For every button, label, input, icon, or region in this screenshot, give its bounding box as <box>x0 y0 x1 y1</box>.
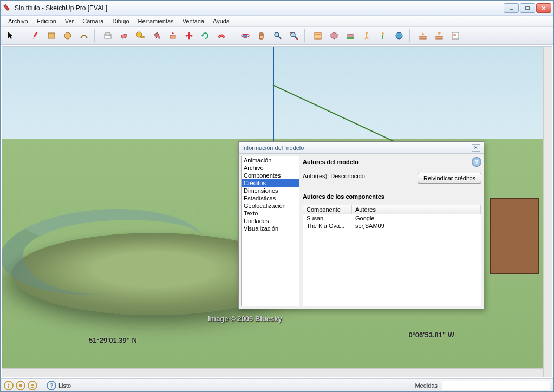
svg-point-50 <box>31 384 34 386</box>
window-title: Sin título - SketchUp Pro [EVAL] <box>15 4 503 12</box>
hint-icon-3[interactable] <box>28 381 37 390</box>
circle-tool[interactable] <box>60 28 75 43</box>
svg-line-24 <box>278 36 281 39</box>
svg-rect-12 <box>106 32 110 36</box>
eraser-tool[interactable] <box>116 28 132 43</box>
svg-line-37 <box>367 37 368 39</box>
rotate-tool[interactable] <box>198 28 213 43</box>
move-tool[interactable] <box>181 28 197 43</box>
cat-texto[interactable]: Texto <box>242 210 299 217</box>
cat-estadisticas[interactable]: Estadísticas <box>242 194 299 202</box>
table-row[interactable]: Susan Google <box>303 214 481 222</box>
cat-dimensiones[interactable]: Dimensiones <box>242 187 299 194</box>
minimize-button[interactable] <box>504 3 519 13</box>
cat-unidades[interactable]: Unidades <box>242 217 299 225</box>
pan-tool[interactable] <box>254 28 269 43</box>
svg-marker-8 <box>32 37 34 39</box>
scrollbar-horizontal[interactable] <box>2 368 543 377</box>
cat-visualizacion[interactable]: Visualización <box>242 225 299 232</box>
col-autores[interactable]: Autores <box>352 205 481 214</box>
svg-rect-3 <box>526 6 529 10</box>
look-around-tool[interactable] <box>375 28 390 43</box>
menu-edicion[interactable]: Edición <box>32 17 61 25</box>
menubar: Archivo Edición Ver Cámara Dibujo Herram… <box>1 16 553 27</box>
scrollbar-vertical[interactable] <box>543 47 552 377</box>
paint-bucket-tool[interactable] <box>149 28 164 43</box>
download-tool[interactable] <box>415 28 431 43</box>
orbit-tool[interactable] <box>238 28 253 43</box>
reclaim-credits-button[interactable]: Reivindicar créditos <box>418 173 481 184</box>
maximize-button[interactable] <box>520 3 535 13</box>
google-earth-tool[interactable] <box>392 28 407 43</box>
col-componente[interactable]: Componente <box>303 205 352 214</box>
axis-z <box>273 47 274 144</box>
svg-rect-48 <box>8 386 9 388</box>
authors-row: Autor(es): Desconocido Reivindicar crédi… <box>303 172 481 185</box>
cat-componentes[interactable]: Componentes <box>242 172 299 179</box>
svg-rect-33 <box>347 37 354 39</box>
model-building <box>490 198 539 274</box>
push-pull-tool[interactable] <box>165 28 180 43</box>
walk-tool[interactable] <box>359 28 374 43</box>
axis-y <box>273 84 411 149</box>
make-component-tool[interactable] <box>100 28 115 43</box>
tape-measure-tool[interactable] <box>133 28 148 43</box>
svg-rect-43 <box>436 36 442 39</box>
get-models-tool[interactable] <box>327 28 342 43</box>
menu-ventana[interactable]: Ventana <box>178 17 208 25</box>
menu-ayuda[interactable]: Ayuda <box>208 17 234 25</box>
cat-animacion[interactable]: Animación <box>242 156 299 164</box>
svg-point-47 <box>8 383 10 385</box>
hint-icon-1[interactable] <box>4 381 14 390</box>
svg-rect-41 <box>420 36 426 39</box>
menu-camara[interactable]: Cámara <box>78 17 108 25</box>
offset-tool[interactable] <box>214 28 229 43</box>
titlebar[interactable]: Sin título - SketchUp Pro [EVAL] <box>1 1 553 16</box>
viewport-3d[interactable]: Image © 2009 Bluesky 51°29'01.39" N 0°06… <box>2 46 552 377</box>
cell-component: The Kia Ova... <box>303 222 352 230</box>
measurements-label: Medidas <box>415 382 438 389</box>
model-info-dialog[interactable]: Información del modelo ✕ Animación Archi… <box>238 141 484 309</box>
dialog-close-button[interactable]: ✕ <box>472 144 480 152</box>
help-status-icon[interactable]: ? <box>47 381 56 390</box>
status-separator <box>42 381 42 390</box>
coord-longitude: 0°06'53.81" W <box>408 331 454 339</box>
dialog-content: Autores del modelo ? Autor(es): Desconoc… <box>303 156 481 306</box>
measurements-input[interactable] <box>442 381 550 390</box>
table-row[interactable]: The Kia Ova... serjSAM09 <box>303 222 481 230</box>
zoom-tool[interactable] <box>270 28 285 43</box>
svg-point-40 <box>396 32 402 39</box>
section-component-authors: Autores de los componentes <box>303 192 481 201</box>
rectangle-tool[interactable] <box>44 28 59 43</box>
cat-archivo[interactable]: Archivo <box>242 164 299 172</box>
pencil-tool[interactable] <box>28 28 43 43</box>
upload-tool[interactable] <box>432 28 447 43</box>
toolbar <box>1 27 553 45</box>
menu-ver[interactable]: Ver <box>61 17 79 25</box>
help-icon[interactable]: ? <box>472 157 481 167</box>
zoom-extents-tool[interactable] <box>286 28 302 43</box>
close-button[interactable] <box>536 3 551 13</box>
svg-point-49 <box>19 384 22 387</box>
app-window: Sin título - SketchUp Pro [EVAL] Archivo… <box>0 0 554 392</box>
dialog-category-list[interactable]: Animación Archivo Componentes Créditos D… <box>241 156 299 306</box>
arc-tool[interactable] <box>76 28 92 43</box>
cat-geolocalizacion[interactable]: Geolocalización <box>242 202 299 210</box>
outliner-tool[interactable] <box>310 28 325 43</box>
layout-tool[interactable] <box>448 28 463 43</box>
menu-dibujo[interactable]: Dibujo <box>108 17 133 25</box>
svg-rect-46 <box>453 34 456 36</box>
section2-title-text: Autores de los componentes <box>303 193 384 200</box>
cell-author: Google <box>352 214 481 222</box>
svg-point-16 <box>158 36 160 39</box>
cat-creditos[interactable]: Créditos <box>242 179 299 187</box>
component-authors-table: Componente Autores Susan Google The Kia … <box>303 205 481 306</box>
menu-herramientas[interactable]: Herramientas <box>134 17 178 25</box>
svg-rect-7 <box>34 31 38 37</box>
position-camera-tool[interactable] <box>343 28 358 43</box>
hint-icon-2[interactable] <box>16 381 25 390</box>
dialog-titlebar[interactable]: Información del modelo ✕ <box>239 142 484 154</box>
select-tool[interactable] <box>4 28 19 43</box>
svg-marker-18 <box>171 32 174 34</box>
menu-archivo[interactable]: Archivo <box>4 17 32 25</box>
